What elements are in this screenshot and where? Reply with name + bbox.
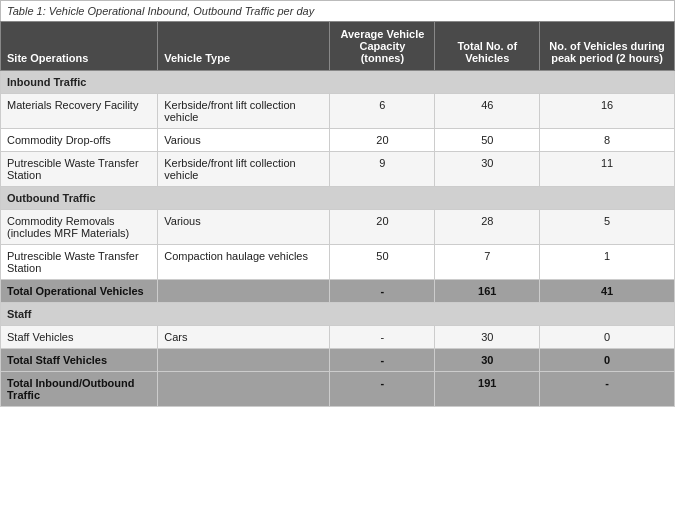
total-capacity: - [330,372,435,407]
total-vehicles-cell: 46 [435,94,540,129]
capacity-cell: 20 [330,129,435,152]
table-row: Materials Recovery FacilityKerbside/fron… [1,94,675,129]
vehicle-type-cell: Compaction haulage vehicles [158,245,330,280]
peak-vehicles-cell: 11 [540,152,675,187]
section-header-row: Outbound Traffic [1,187,675,210]
capacity-cell: - [330,326,435,349]
peak-vehicles-cell: 1 [540,245,675,280]
site-ops-cell: Staff Vehicles [1,326,158,349]
site-ops-cell: Putrescible Waste Transfer Station [1,152,158,187]
vehicle-type-cell: Kerbside/front lift collection vehicle [158,152,330,187]
col4-header: Total No. of Vehicles [435,22,540,71]
col5-header: No. of Vehicles during peak period (2 ho… [540,22,675,71]
section-header-row: Staff [1,303,675,326]
total-vehicles-cell: 30 [435,152,540,187]
total-site-ops: Total Staff Vehicles [1,349,158,372]
site-ops-cell: Commodity Removals (includes MRF Materia… [1,210,158,245]
table-row: Putrescible Waste Transfer StationKerbsi… [1,152,675,187]
peak-vehicles-cell: 5 [540,210,675,245]
total-peak: 41 [540,280,675,303]
table-row: Putrescible Waste Transfer StationCompac… [1,245,675,280]
site-ops-cell: Commodity Drop-offs [1,129,158,152]
table-row: Staff VehiclesCars-300 [1,326,675,349]
total-capacity: - [330,349,435,372]
col3-header: Average Vehicle Capacity (tonnes) [330,22,435,71]
capacity-cell: 9 [330,152,435,187]
section-header-label: Inbound Traffic [1,71,675,94]
vehicle-type-cell: Various [158,210,330,245]
capacity-cell: 6 [330,94,435,129]
peak-vehicles-cell: 0 [540,326,675,349]
total-vehicles-cell: 28 [435,210,540,245]
total-vehicles-cell: 7 [435,245,540,280]
capacity-cell: 50 [330,245,435,280]
section-header-label: Outbound Traffic [1,187,675,210]
total-peak: 0 [540,349,675,372]
col2-header: Vehicle Type [158,22,330,71]
peak-vehicles-cell: 16 [540,94,675,129]
total-vehicles: 30 [435,349,540,372]
table-title: Table 1: Vehicle Operational Inbound, Ou… [0,0,675,21]
total-row: Total Operational Vehicles-16141 [1,280,675,303]
table-row: Commodity Drop-offsVarious20508 [1,129,675,152]
vehicle-type-cell: Cars [158,326,330,349]
total-vehicle-type [158,349,330,372]
vehicle-type-cell: Various [158,129,330,152]
site-ops-cell: Materials Recovery Facility [1,94,158,129]
total-row: Total Staff Vehicles-300 [1,349,675,372]
vehicle-type-cell: Kerbside/front lift collection vehicle [158,94,330,129]
total-vehicle-type [158,372,330,407]
total-peak: - [540,372,675,407]
col1-header: Site Operations [1,22,158,71]
operations-table: Site Operations Vehicle Type Average Veh… [0,21,675,407]
total-vehicles-cell: 30 [435,326,540,349]
total-vehicle-type [158,280,330,303]
site-ops-cell: Putrescible Waste Transfer Station [1,245,158,280]
section-header-row: Inbound Traffic [1,71,675,94]
section-header-label: Staff [1,303,675,326]
capacity-cell: 20 [330,210,435,245]
total-site-ops: Total Operational Vehicles [1,280,158,303]
total-row: Total Inbound/Outbound Traffic-191- [1,372,675,407]
total-vehicles: 191 [435,372,540,407]
total-capacity: - [330,280,435,303]
total-vehicles: 161 [435,280,540,303]
peak-vehicles-cell: 8 [540,129,675,152]
table-row: Commodity Removals (includes MRF Materia… [1,210,675,245]
total-vehicles-cell: 50 [435,129,540,152]
total-site-ops: Total Inbound/Outbound Traffic [1,372,158,407]
